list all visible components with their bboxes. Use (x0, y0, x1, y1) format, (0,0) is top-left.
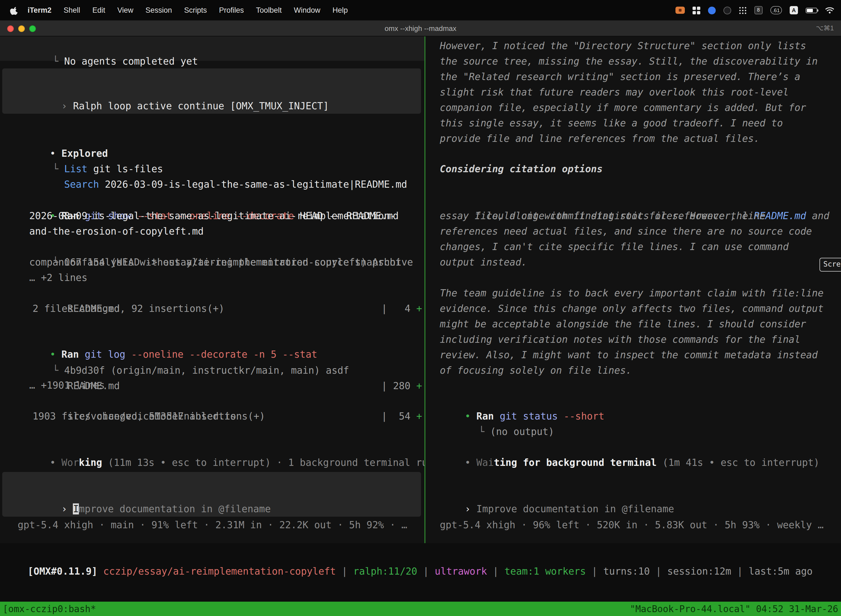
window-title-bar[interactable]: omx --xhigh --madmax ⌥⌘1 (0, 21, 841, 37)
log-commit-line: └ 4b9d30f (origin/main, instructkr/main,… (18, 347, 349, 363)
reasoning-line: might be acceptable alongside the file l… (440, 316, 806, 332)
commit-message-line-1: └ 067f154 (HEAD -> essay/ai-reimplementa… (18, 239, 413, 254)
model-status-line-right: gpt-5.4 xhigh · 96% left · 520K in · 5.8… (440, 517, 823, 532)
reasoning-line: essay file, along with finding root file… (440, 208, 765, 224)
ralph-loop-line: › Ralph loop active continue [OMX_TMUX_I… (2, 69, 421, 129)
omx-last-activity: last:5m ago (749, 566, 813, 577)
menu-item-toolbelt[interactable]: Toolbelt (250, 6, 288, 14)
right-terminal-pane[interactable]: However, I noticed the "Directory Struct… (425, 37, 841, 543)
no-agents-line: └ No agents completed yet (18, 38, 198, 54)
explored-list-line: └ List git ls-files (18, 146, 163, 161)
reasoning-heading: Considering citation options (440, 161, 603, 177)
essay-filename-line-2: and-the-erosion-of-copyleft.md (29, 224, 204, 239)
diffstat-readme-line: README.md | 4 + (32, 285, 422, 301)
explored-header: • Explored (15, 130, 108, 146)
menu-item-view[interactable]: View (111, 6, 139, 14)
omx-mode: ultrawork (435, 566, 487, 577)
menu-item-shell[interactable]: Shell (58, 6, 86, 14)
keypad-8-icon[interactable]: 8 (755, 6, 763, 14)
omx-team: team:1 workers (504, 566, 586, 577)
tmux-host-clock: "MacBook-Pro-44.local" 04:52 31-Mar-26 (630, 604, 838, 614)
log-stat-voice-line: src/voice/voiceModeEnabled.ts | 54 + (32, 393, 422, 408)
reasoning-line: output instead. (440, 254, 527, 270)
macos-menu-bar: iTerm2 Shell Edit View Session Scripts P… (0, 0, 841, 21)
omx-ralph-count: ralph:11/20 (353, 566, 417, 577)
minimize-button[interactable] (18, 25, 25, 32)
menu-item-iterm2[interactable]: iTerm2 (22, 6, 58, 14)
screen-overlay-button[interactable]: Scre (819, 258, 841, 271)
omx-status-bar: [OMX#0.11.9] cczip/essay/ai-reimplementa… (4, 548, 813, 563)
reasoning-line: provide file and line references from th… (440, 131, 760, 146)
ralph-loop-banner: › Ralph loop active continue [OMX_TMUX_I… (2, 69, 421, 114)
diffstat-summary-line: 2 files changed, 92 insertions(+) (32, 301, 224, 316)
battery-percent-badge[interactable]: .61 (771, 6, 782, 14)
menu-item-window[interactable]: Window (288, 6, 327, 14)
reasoning-line: changes, I can't cite specific file line… (440, 239, 788, 254)
working-status-line: • Working (11m 13s • esc to interrupt) ·… (15, 439, 424, 455)
reasoning-line: I could cite commit statistics or refere… (440, 193, 829, 208)
close-button[interactable] (7, 25, 14, 32)
waiting-status-line: • Waiting for background terminal (1m 41… (430, 439, 819, 455)
battery-icon[interactable] (806, 7, 817, 13)
commit-message-line-2: companion analysis without altering the … (29, 254, 401, 270)
reasoning-line: slight risk that future readers may over… (440, 84, 788, 100)
menu-item-session[interactable]: Session (139, 6, 178, 14)
omx-version: [OMX#0.11.9] (28, 566, 103, 577)
log-stat-readme-line: README.md | 280 + (32, 363, 422, 378)
apple-menu-icon[interactable] (10, 6, 18, 15)
reasoning-line: references need actual files, and since … (440, 224, 812, 239)
battery-fill (807, 9, 813, 12)
reasoning-line: this single essay, it seems like a good … (440, 115, 783, 131)
window-shortcut-badge: ⌥⌘1 (816, 24, 834, 32)
reasoning-line: of focusing solely on file lines. (440, 363, 631, 378)
reasoning-line: evidence. Since this change only affects… (440, 301, 823, 316)
prompt-input-line-right[interactable]: › Improve documentation in @filename (430, 486, 674, 501)
essay-filename-line-1: 2026-03-09-is-legal-the-same-as-legitima… (29, 208, 396, 224)
explored-search-line: Search 2026-03-09-is-legal-the-same-as-l… (29, 161, 407, 177)
more-lines-indicator: … +2 lines (29, 270, 88, 285)
model-status-line: gpt-5.4 xhigh · main · 91% left · 2.31M … (18, 517, 407, 532)
left-terminal-pane[interactable]: └ No agents completed yet › Ralph loop a… (0, 37, 424, 543)
reasoning-line: The team guideline is to back every impo… (440, 285, 823, 301)
log-summary-line: 1903 files changed, 513517 insertions(+) (32, 408, 265, 424)
recording-dot (679, 9, 681, 12)
blue-app-icon[interactable] (708, 6, 716, 14)
menu-item-edit[interactable]: Edit (86, 6, 111, 14)
text-cursor: I (73, 503, 79, 515)
menu-bar-status-icons: 8 .61 A (675, 6, 834, 14)
tmux-status-bar: [omx-cczip0:bash* "MacBook-Pro-44.local"… (0, 602, 841, 616)
reasoning-line: the "Related research writing" section i… (440, 69, 800, 84)
input-source-icon[interactable]: A (790, 6, 798, 14)
dots-grid-icon[interactable] (739, 6, 747, 14)
omx-session-time: session:12m (667, 566, 731, 577)
omx-turns: turns:10 (604, 566, 650, 577)
window-title: omx --xhigh --madmax (385, 24, 456, 32)
reasoning-line: the source tree, missing the essay. Stil… (440, 54, 818, 69)
reasoning-line: review. Also, I might want to inspect th… (440, 347, 818, 363)
screen: iTerm2 Shell Edit View Session Scripts P… (0, 0, 841, 616)
log-more-lines-indicator: … +1901 lines (29, 378, 105, 393)
no-output-line: └ (no output) (444, 408, 554, 424)
omx-branch: cczip/essay/ai-reimplementation-copyleft (103, 566, 336, 577)
ran-git-status-line: • Ran git status --short (430, 393, 604, 408)
menu-item-scripts[interactable]: Scripts (178, 6, 213, 14)
battery-tip (817, 9, 818, 12)
ran-git-log-line: • Ran git log --oneline --decorate -n 5 … (15, 331, 317, 347)
bento-grid-icon[interactable] (693, 6, 700, 14)
prompt-input-box[interactable]: › Improve documentation in @filename (2, 472, 421, 517)
menu-item-help[interactable]: Help (327, 6, 354, 14)
tmux-session-window[interactable]: [omx-cczip0:bash* (3, 604, 96, 614)
reasoning-line: However, I noticed the "Directory Struct… (440, 38, 806, 54)
wifi-icon[interactable] (825, 7, 834, 14)
menu-item-profiles[interactable]: Profiles (213, 6, 250, 14)
ran-git-show-line: • Ran git show --stat --oneline --decora… (15, 193, 399, 208)
dark-app-icon[interactable] (724, 6, 731, 14)
reasoning-line: including verification notes with those … (440, 332, 800, 347)
zoom-button[interactable] (29, 25, 36, 32)
screen-recording-icon[interactable] (675, 7, 685, 14)
reasoning-line: companion file, especially if more comme… (440, 100, 806, 115)
